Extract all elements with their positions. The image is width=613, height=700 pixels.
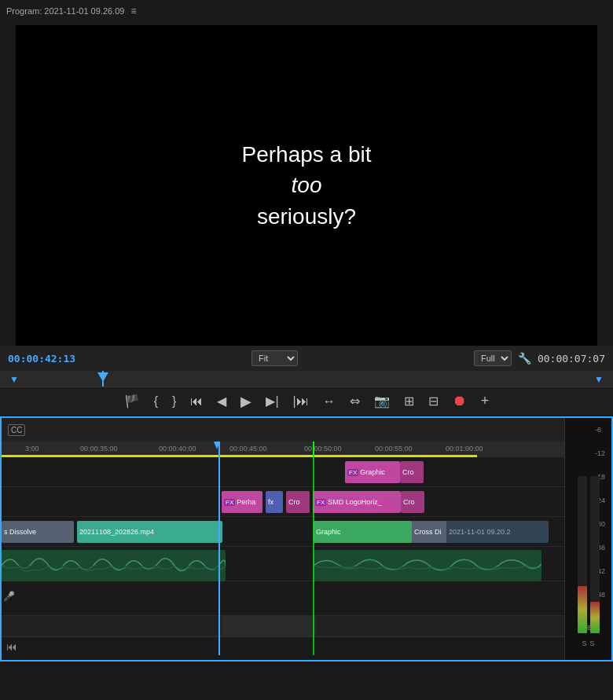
out-point-marker: ▼ — [594, 374, 604, 385]
clip-label: SMD LogoHoriz_ — [328, 498, 382, 506]
program-title: Program: 2021-11-01 09.26.09 — [6, 6, 124, 16]
clip-crossdi-1[interactable]: Cro — [400, 461, 424, 483]
clip-cro-2[interactable]: Cro — [286, 491, 310, 513]
quality-dropdown[interactable]: Full 1/2 1/4 — [474, 350, 512, 366]
video-track-3: s Dissolve 20211108_202826.mp4 Graphic C… — [2, 517, 611, 547]
clip-fx-badge2: FX — [224, 499, 235, 506]
ruler-label-2: 00:00:40:00 — [159, 445, 196, 453]
timecode-ruler[interactable]: 3:00 00:00:35:00 00:00:40:00 00:00:45:00… — [2, 442, 611, 457]
add-panel-button[interactable]: + — [478, 391, 493, 411]
export-frame-button[interactable]: 📷 — [371, 392, 393, 410]
audio-track-1: 🎤 — [2, 547, 611, 581]
marker-button[interactable]: 🏴 — [121, 392, 143, 410]
header-bar: Program: 2021-11-01 09.26.09 ≡ — [0, 0, 613, 22]
timeline-header: CC — [2, 418, 611, 442]
timeline-container: CC 3:00 00:00:35:00 00:00:40:00 00:00:45… — [0, 416, 613, 662]
audio-waveform-2 — [314, 550, 541, 581]
clip-2021[interactable]: 2021-11-01 09.20.2 — [446, 521, 549, 543]
go-to-in-button[interactable]: ⏮ — [187, 393, 206, 410]
transport-bar: 🏴 { } ⏮ ◀ ▶ ▶| |⏭ ↔ ⇔ 📷 ⊞ ⊟ ⏺ + — [0, 387, 613, 415]
cc-badge: CC — [8, 424, 25, 436]
timecode-current[interactable]: 00:00:42:13 — [8, 353, 75, 365]
meter-bar-left — [578, 476, 587, 633]
trim-in-button[interactable]: { — [151, 393, 161, 410]
clip-perha[interactable]: FX Perha — [222, 491, 262, 513]
clip-dissolve[interactable]: s Dissolve — [2, 521, 74, 543]
playhead-ruler: ▼ ▼ — [0, 371, 613, 387]
waveform-svg-1 — [2, 550, 226, 581]
multitrack2-button[interactable]: ⊟ — [425, 392, 442, 410]
meter-s-labels: S S — [582, 636, 594, 647]
clip-fx-badge3: FX — [315, 499, 326, 506]
meter-fill-left — [578, 586, 587, 633]
meter-label-6: -6 — [595, 426, 605, 434]
timeline-footer: ⏮ — [2, 636, 611, 655]
meter-label-12: -12 — [595, 449, 605, 457]
ruler-label-6: 00:01:00:00 — [446, 445, 483, 453]
clip-label: s Dissolve — [4, 528, 36, 536]
green-marker — [313, 442, 314, 457]
wrench-icon[interactable]: 🔧 — [518, 352, 531, 365]
clip-label: 20211108_202826.mp4 — [79, 528, 154, 536]
fit-dropdown[interactable]: Fit 25% 50% 100% — [251, 350, 298, 366]
multitrack-button[interactable]: ⊞ — [401, 392, 417, 410]
controls-bar: 00:00:42:13 Fit 25% 50% 100% Full 1/2 1/… — [0, 346, 613, 371]
mic-icon-2: 🎤 — [3, 591, 15, 602]
clip-fx-small[interactable]: fx — [266, 491, 283, 513]
meter-bar-right — [590, 476, 600, 633]
timeline-home-icon[interactable]: ⏮ — [6, 640, 17, 653]
clip-label: Graphic — [316, 528, 341, 536]
clip-label: Graphic — [360, 468, 385, 476]
green-in-marker — [313, 457, 314, 655]
clip-label: Cro — [288, 498, 300, 506]
clip-label: Cross Di — [414, 528, 442, 536]
volume-meter: -6 -12 -18 -24 -30 -36 -42 -48 dB S S — [564, 418, 611, 662]
record-button[interactable]: ⏺ — [450, 391, 470, 411]
trim-out-button[interactable]: } — [169, 393, 179, 410]
preview-monitor: Perhaps a bit too seriously? — [16, 25, 597, 346]
preview-line1: Perhaps a bit — [242, 139, 372, 170]
clip-graphic-green[interactable]: Graphic — [314, 521, 413, 543]
preview-text: Perhaps a bit too seriously? — [242, 139, 372, 232]
go-to-out-button[interactable]: |⏭ — [290, 393, 312, 410]
preview-line3: seriously? — [242, 201, 372, 232]
meter-s-left[interactable]: S — [582, 640, 586, 647]
clip-label: 2021-11-01 09.20.2 — [449, 528, 511, 536]
step-forward-button[interactable]: ▶| — [262, 392, 281, 410]
clip-crossdi-2[interactable]: Cross Di — [412, 521, 450, 543]
clip-smd[interactable]: FX SMD LogoHoriz_ — [313, 491, 401, 513]
clip-cro-3[interactable]: Cro — [401, 491, 424, 513]
audio-track-2: 🎤 — [2, 581, 611, 616]
menu-icon[interactable]: ≡ — [130, 5, 136, 16]
ruler-label-1: 00:00:35:00 — [80, 445, 118, 453]
step-back-button[interactable]: ◀ — [214, 392, 229, 410]
ruler-playhead — [218, 442, 220, 457]
meter-bars — [578, 476, 600, 633]
ruler-label-3: 00:00:45:00 — [229, 445, 267, 453]
audio-waveform-1 — [2, 550, 226, 581]
clip-main-video[interactable]: 20211108_202826.mp4 — [77, 521, 222, 543]
ruler-label-4: 00:00:50:00 — [304, 445, 342, 453]
clip-label: Cro — [402, 468, 414, 476]
play-button[interactable]: ▶ — [237, 391, 255, 412]
in-point-marker: ▼ — [9, 374, 19, 385]
meter-fill-right — [590, 602, 600, 633]
waveform-svg-2 — [314, 550, 541, 581]
meter-s-right[interactable]: S — [590, 640, 595, 647]
clip-label: Cro — [403, 498, 415, 506]
playhead-strip[interactable]: ▼ ▼ — [0, 371, 613, 387]
playhead-indicator — [102, 371, 104, 387]
overwrite-button[interactable]: ⇔ — [347, 392, 363, 410]
clip-fx-badge: FX — [347, 469, 358, 476]
insert-button[interactable]: ↔ — [320, 393, 339, 410]
ruler-label-5: 00:00:55:00 — [375, 445, 413, 453]
controls-right: Full 1/2 1/4 🔧 00:00:07:07 — [474, 350, 605, 366]
tracks-area: FX Graphic Cro FX Perha fx Cro — [2, 457, 611, 655]
video-track-2: FX Perha fx Cro FX SMD LogoHoriz_ Cro — [2, 487, 611, 517]
clip-label: Perha — [237, 498, 255, 506]
preview-line2: too — [242, 170, 372, 200]
timecode-duration: 00:00:07:07 — [538, 353, 605, 365]
clip-graphic-1[interactable]: FX Graphic — [345, 461, 400, 483]
video-track-1: FX Graphic Cro — [2, 457, 611, 487]
ruler-label-0: 3:00 — [25, 445, 39, 453]
